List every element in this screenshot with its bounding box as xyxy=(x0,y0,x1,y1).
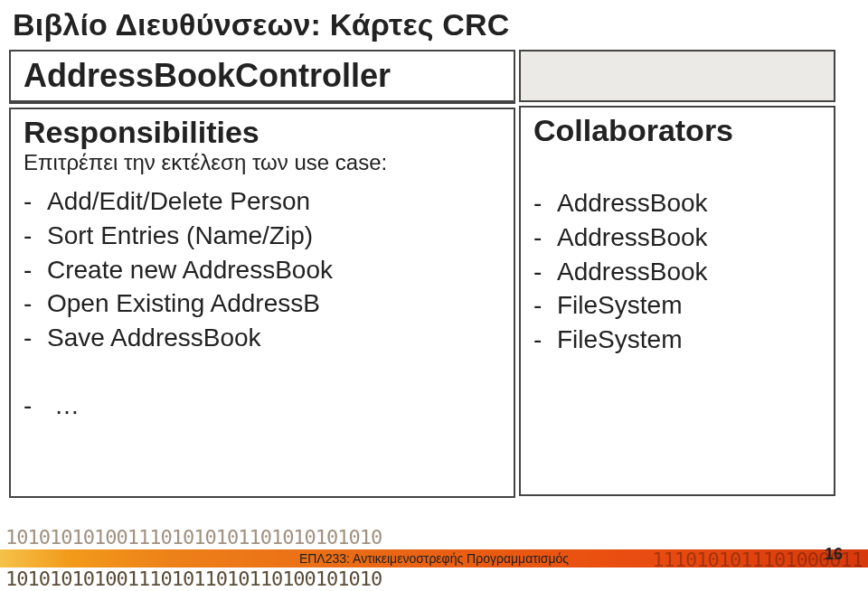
bullet-dash: - xyxy=(24,184,47,219)
list-item-label: Save AddressBook xyxy=(47,321,261,355)
crc-card-row: AddressBookController Responsibilities Ε… xyxy=(0,46,868,498)
list-item-label: FileSystem xyxy=(557,323,682,357)
list-item: -AddressBook xyxy=(533,220,821,255)
crc-collaborators-box: Collaborators -AddressBook -AddressBook … xyxy=(519,106,835,496)
crc-class-name: AddressBookController xyxy=(11,52,514,102)
list-item: -Sort Entries (Name/Zip) xyxy=(24,219,501,253)
list-item-label: Add/Edit/Delete Person xyxy=(47,184,310,219)
list-item: -Open Existing AddressB xyxy=(24,286,501,321)
footer-bits-bottom: 1010101010011101011010110100101010 xyxy=(0,568,868,591)
bullet-dash: - xyxy=(24,219,47,253)
list-item-label: Open Existing AddressB xyxy=(47,286,320,321)
list-item: -FileSystem xyxy=(533,323,821,357)
responsibilities-header: Responsibilities xyxy=(11,109,514,150)
bullet-dash: - xyxy=(24,253,47,287)
list-item: -Add/Edit/Delete Person xyxy=(24,184,501,219)
responsibilities-list: -Add/Edit/Delete Person -Sort Entries (N… xyxy=(11,181,514,359)
list-item: -AddressBook xyxy=(533,255,821,289)
list-item-label: AddressBook xyxy=(557,255,708,289)
bullet-dash: - xyxy=(533,186,557,220)
crc-right-column: Collaborators -AddressBook -AddressBook … xyxy=(519,50,835,498)
list-item-label: AddressBook xyxy=(557,220,708,255)
list-item: -AddressBook xyxy=(533,186,821,220)
list-item-label: FileSystem xyxy=(557,288,682,323)
footer-bits-top: 1010101010011101010101101010101010 xyxy=(0,526,868,549)
list-item: -FileSystem xyxy=(533,288,821,323)
ellipsis-label: … xyxy=(54,391,80,420)
bullet-dash: - xyxy=(533,323,557,357)
bullet-dash: - xyxy=(24,391,54,420)
list-item: -Save AddressBook xyxy=(24,321,501,355)
footer-course-label: ΕΠΛ233: Αντικειμενοστρεφής Προγραμματισμ… xyxy=(299,551,569,566)
crc-class-name-box: AddressBookController xyxy=(9,50,515,104)
bullet-dash: - xyxy=(24,286,47,321)
bullet-dash: - xyxy=(24,321,47,355)
responsibilities-subtitle: Επιτρέπει την εκτέλεση των use case: xyxy=(11,150,514,181)
list-item-label: Sort Entries (Name/Zip) xyxy=(47,219,313,253)
footer-gradient: 1110101011101000011 ΕΠΛ233: Αντικειμενοσ… xyxy=(0,549,868,568)
crc-responsibilities-box: Responsibilities Επιτρέπει την εκτέλεση … xyxy=(9,108,515,498)
crc-top-right-spacer xyxy=(519,50,835,102)
page-number: 16 xyxy=(825,545,843,564)
responsibilities-ellipsis: -… xyxy=(11,359,514,420)
collaborators-list: -AddressBook -AddressBook -AddressBook -… xyxy=(521,183,834,361)
bullet-dash: - xyxy=(533,288,557,323)
list-item-label: Create new AddressBook xyxy=(47,253,333,287)
footer-bar: 1010101010011101010101101010101010 11101… xyxy=(0,526,868,591)
list-item-label: AddressBook xyxy=(557,186,708,220)
bullet-dash: - xyxy=(533,255,557,289)
list-item: -Create new AddressBook xyxy=(24,253,501,287)
bullet-dash: - xyxy=(533,220,557,255)
slide-title: Βιβλίο Διευθύνσεων: Κάρτες CRC xyxy=(0,0,868,46)
crc-left-column: AddressBookController Responsibilities Ε… xyxy=(9,50,515,498)
collaborators-header: Collaborators xyxy=(521,108,834,148)
